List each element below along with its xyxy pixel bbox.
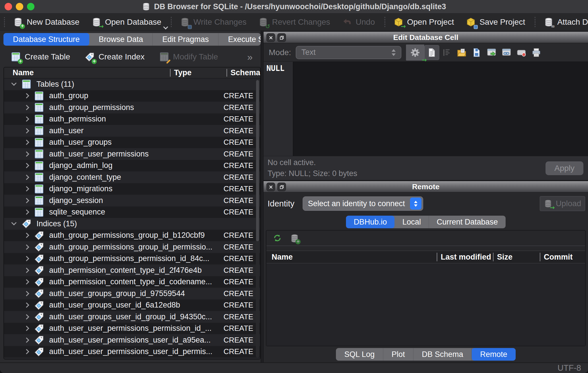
apply-button[interactable]: Apply	[546, 161, 583, 175]
toolbar-drag-handle[interactable]	[4, 17, 5, 27]
disclosure-chevron-icon[interactable]	[24, 337, 29, 343]
tree-row[interactable]: auth_user_groups CREATE	[4, 137, 260, 148]
disclosure-chevron-icon[interactable]	[24, 314, 29, 319]
float-panel-button[interactable]	[277, 183, 286, 191]
close-window-button[interactable]	[5, 3, 12, 10]
tab-database-structure[interactable]: Database Structure	[3, 33, 89, 46]
tree-row[interactable]: auth_user CREATE	[4, 125, 260, 137]
disclosure-chevron-icon[interactable]	[24, 256, 29, 261]
minimize-window-button[interactable]	[16, 3, 23, 10]
revert-changes-button[interactable]: Revert Changes	[252, 13, 336, 30]
tab-remote[interactable]: Remote	[472, 348, 516, 361]
disclosure-chevron-icon[interactable]	[24, 163, 29, 168]
column-header-schema[interactable]: Schema	[231, 67, 260, 78]
tab-dbhub[interactable]: DBHub.io	[346, 216, 395, 228]
tab-db-schema[interactable]: DB Schema	[413, 348, 472, 361]
save-project-button[interactable]: Save Project	[460, 13, 531, 30]
disclosure-chevron-icon[interactable]	[24, 117, 29, 122]
tree-row[interactable]: auth_permission_content_type_id_2f476e4b…	[4, 264, 260, 276]
clone-database-icon[interactable]	[290, 234, 299, 242]
tree-row[interactable]: auth_user_user_permissions CREATE	[4, 148, 260, 160]
print-icon[interactable]	[529, 45, 544, 60]
text-mode-icon[interactable]	[424, 45, 439, 60]
tree-row[interactable]: auth_user_groups_user_id_group_id_94350c…	[4, 311, 260, 323]
link-window-icon[interactable]	[499, 45, 514, 60]
tree-row[interactable]: auth_permission CREATE	[4, 113, 260, 125]
tree-row[interactable]: auth_user_user_permissions_permission_id…	[4, 323, 260, 335]
tree-row[interactable]: sqlite_sequence CREATE	[4, 206, 260, 218]
set-null-icon[interactable]	[514, 45, 529, 60]
disclosure-chevron-icon[interactable]	[24, 105, 29, 110]
open-database-button[interactable]: Open Database	[86, 13, 167, 30]
import-settings-button[interactable]	[406, 45, 424, 61]
column-header-last-modified[interactable]: Last modified	[441, 251, 491, 263]
tree-row[interactable]: django_admin_log CREATE	[4, 160, 260, 172]
tab-local[interactable]: Local	[394, 216, 429, 228]
attach-database-button[interactable]: Attach Database	[535, 13, 588, 30]
undo-button[interactable]: Undo	[336, 13, 381, 30]
disclosure-chevron-icon[interactable]	[24, 210, 29, 215]
open-project-button[interactable]: Open Project	[384, 13, 460, 30]
tree-row[interactable]: auth_group_permissions_group_id_b120cbf9…	[4, 230, 260, 241]
disclosure-chevron-icon[interactable]	[24, 303, 29, 308]
identity-dropdown[interactable]: Select an identity to connect	[303, 196, 423, 211]
disclosure-chevron-icon[interactable]	[24, 198, 29, 203]
write-changes-button[interactable]: Write Changes	[171, 13, 253, 30]
tree-row[interactable]: django_admin_log_content_type_id_c4bce8e…	[4, 357, 260, 359]
column-header-name[interactable]: Name	[272, 253, 293, 262]
new-database-button[interactable]: New Database	[7, 13, 86, 30]
create-table-button[interactable]: Create Table	[3, 52, 77, 62]
tree-row[interactable]: auth_user_user_permissions_user_id_a95ea…	[4, 334, 260, 346]
structure-overflow-chevron[interactable]: »	[247, 51, 253, 63]
tree-row[interactable]: auth_user_groups_group_id_97559544 CREAT…	[4, 288, 260, 299]
tab-browse-data[interactable]: Browse Data	[89, 33, 153, 46]
encoding-indicator[interactable]: UTF-8	[558, 363, 581, 373]
tree-row[interactable]: django_session CREATE	[4, 195, 260, 206]
disclosure-chevron-icon[interactable]	[24, 326, 29, 331]
close-panel-button[interactable]	[266, 183, 275, 191]
pane-splitter[interactable]	[261, 31, 264, 362]
disclosure-chevron-icon[interactable]	[11, 220, 16, 225]
disclosure-chevron-icon[interactable]	[24, 93, 29, 98]
disclosure-chevron-icon[interactable]	[24, 244, 29, 250]
modify-table-button[interactable]: Modify Table	[152, 52, 225, 62]
column-header-name[interactable]: Name	[13, 68, 34, 77]
cell-editor[interactable]: NULL	[264, 62, 588, 156]
mode-dropdown[interactable]: Text	[296, 46, 401, 59]
disclosure-chevron-icon[interactable]	[24, 279, 29, 285]
tab-execute-sql[interactable]: Execute SQL	[218, 33, 261, 46]
tree-row[interactable]: django_migrations CREATE	[4, 183, 260, 195]
disclosure-chevron-icon[interactable]	[24, 151, 29, 156]
disclosure-chevron-icon[interactable]	[24, 128, 29, 133]
disclosure-chevron-icon[interactable]	[24, 140, 29, 145]
tree-scrollbar[interactable]	[256, 80, 259, 357]
tree-row[interactable]: auth_group_permissions_permission_id_84c…	[4, 253, 260, 265]
import-file-icon[interactable]	[454, 45, 469, 60]
tree-row[interactable]: auth_user_user_permissions_user_id_permi…	[4, 346, 260, 358]
tree-row[interactable]: auth_group_permissions CREATE	[4, 102, 260, 113]
export-window-icon[interactable]	[484, 45, 499, 60]
upload-button[interactable]: Upload	[540, 196, 585, 211]
disclosure-chevron-icon[interactable]	[24, 233, 29, 238]
disclosure-chevron-icon[interactable]	[11, 81, 16, 86]
tree-row[interactable]: django_content_type CREATE	[4, 171, 260, 183]
zoom-window-button[interactable]	[27, 3, 34, 10]
tree-row[interactable]: auth_user_groups_user_id_6a12ed8b CREATE	[4, 299, 260, 311]
disclosure-chevron-icon[interactable]	[24, 268, 29, 273]
close-panel-button[interactable]	[266, 33, 275, 42]
indent-mode-icon[interactable]	[439, 45, 454, 60]
column-header-commit[interactable]: Commit	[544, 251, 573, 263]
tab-current-database[interactable]: Current Database	[429, 216, 506, 228]
disclosure-chevron-icon[interactable]	[24, 291, 29, 296]
tree-scrollbar-thumb[interactable]	[256, 80, 259, 241]
disclosure-chevron-icon[interactable]	[24, 175, 29, 180]
float-panel-button[interactable]	[277, 33, 286, 42]
tab-plot[interactable]: Plot	[383, 348, 414, 361]
column-header-size[interactable]: Size	[497, 251, 512, 263]
tree-row[interactable]: auth_permission_content_type_id_codename…	[4, 276, 260, 288]
tree-row[interactable]: Tables (11)	[4, 78, 260, 90]
tree-row[interactable]: Indices (15)	[4, 218, 260, 230]
tree-row[interactable]: auth_group_permissions_group_id_permissi…	[4, 241, 260, 253]
refresh-icon[interactable]	[273, 233, 282, 243]
create-index-button[interactable]: Create Index	[77, 52, 152, 62]
